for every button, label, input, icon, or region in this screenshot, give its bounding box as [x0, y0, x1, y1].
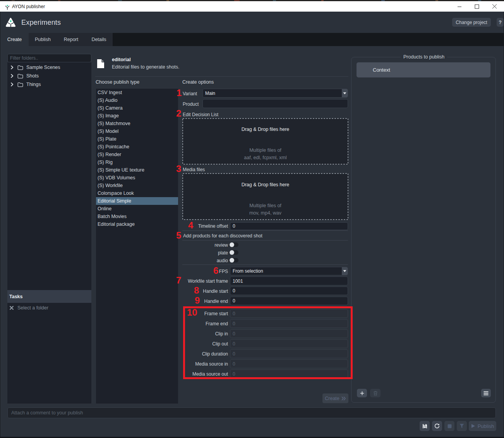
- help-button[interactable]: ?: [497, 18, 504, 27]
- publish-type-item[interactable]: (S) Matchmove: [96, 120, 178, 127]
- instance-view-menu-button[interactable]: [481, 389, 491, 397]
- window-border-left: [0, 12, 0, 438]
- publish-type-item[interactable]: (S) Simple UE texture: [96, 166, 178, 174]
- media-source-in-label: Media source in: [155, 361, 228, 367]
- add-products-label: Add products for each discovered shot: [183, 233, 262, 239]
- folder-tree-item[interactable]: Shots: [7, 72, 91, 80]
- app-window-icon: [4, 4, 10, 10]
- publish-type-item[interactable]: (S) Render: [96, 151, 178, 158]
- play-icon: [471, 424, 475, 428]
- frame-start-label: Frame start: [155, 311, 228, 316]
- create-button[interactable]: Create: [322, 393, 348, 403]
- trash-icon: [373, 391, 378, 396]
- refresh-icon: [434, 423, 440, 429]
- folder-icon: [17, 82, 23, 87]
- window-close-button[interactable]: [486, 1, 503, 12]
- review-toggle[interactable]: [229, 242, 238, 247]
- publish-type-item[interactable]: Batch Movies: [96, 213, 178, 220]
- fps-combobox[interactable]: From selection: [230, 267, 348, 275]
- change-project-button[interactable]: Change project: [452, 18, 491, 27]
- timeline-offset-input[interactable]: [230, 222, 348, 230]
- frame-end-input: [230, 319, 348, 328]
- separator: [95, 76, 348, 77]
- audio-toggle[interactable]: [229, 258, 238, 263]
- publish-type-item[interactable]: Online: [96, 205, 178, 213]
- delete-instance-button[interactable]: [370, 389, 381, 397]
- ayon-publisher-window: AYON publisher Experiments Change projec…: [0, 0, 504, 438]
- folder-filter-input[interactable]: [7, 54, 91, 62]
- review-toggle-label: review: [163, 242, 228, 248]
- tab-report[interactable]: Report: [57, 33, 85, 46]
- variant-combobox[interactable]: Main: [202, 89, 348, 98]
- media-dropzone[interactable]: Drag & Drop files here Multiple files of…: [182, 173, 348, 220]
- folder-icon: [17, 65, 23, 70]
- edl-dropzone[interactable]: Drag & Drop files here Multiple files of…: [182, 118, 348, 165]
- clip-out-label: Clip out: [155, 341, 228, 347]
- stop-icon: [447, 424, 452, 428]
- handle-start-input[interactable]: [230, 287, 348, 295]
- folder-tree: Sample Scenes Shots Things: [7, 62, 91, 290]
- media-files-label: Media files: [183, 167, 205, 172]
- tasks-empty-row: Select a folder: [7, 304, 91, 312]
- media-source-out-label: Media source out: [155, 371, 228, 377]
- product-label: Product: [183, 101, 199, 107]
- publish-type-item[interactable]: (S) Pointcache: [96, 143, 178, 151]
- fps-label: FPS: [155, 269, 228, 274]
- folder-tree-item[interactable]: Things: [7, 80, 91, 89]
- workfile-start-frame-input[interactable]: [230, 277, 348, 285]
- clip-duration-input: [230, 349, 348, 358]
- product-input[interactable]: [202, 99, 348, 108]
- comment-input[interactable]: [7, 407, 496, 418]
- window-maximize-button[interactable]: [468, 1, 485, 12]
- publish-type-item[interactable]: (S) VDB Volumes: [96, 174, 178, 182]
- app-header: [0, 12, 504, 33]
- dropzone-subtitle: Multiple files of: [182, 203, 348, 208]
- publish-type-item-selected[interactable]: Editorial Simple: [96, 197, 178, 205]
- expand-chevron-icon[interactable]: [10, 65, 14, 69]
- clip-in-input: [230, 329, 348, 338]
- handle-end-input[interactable]: [230, 297, 348, 305]
- frame-start-input: [230, 309, 348, 318]
- combo-dropdown-arrow-icon[interactable]: [342, 89, 348, 97]
- publish-type-item[interactable]: Colorspace Look: [96, 189, 178, 197]
- expand-chevron-icon[interactable]: [10, 82, 14, 86]
- expand-chevron-icon[interactable]: [10, 74, 14, 78]
- publish-type-item[interactable]: (S) Model: [96, 127, 178, 135]
- separator: [182, 265, 348, 265]
- publish-type-item[interactable]: (S) Audio: [96, 96, 178, 104]
- creator-description: Editorial files to generate shots.: [112, 64, 179, 70]
- tab-create[interactable]: Create: [0, 33, 29, 46]
- folder-tree-item[interactable]: Sample Scenes: [7, 63, 91, 72]
- publish-type-item[interactable]: (S) Image: [96, 112, 178, 120]
- main-tabbar: Create Publish Report Details: [0, 33, 504, 46]
- save-button[interactable]: [420, 421, 430, 431]
- tab-details[interactable]: Details: [85, 33, 113, 46]
- plate-toggle[interactable]: [229, 250, 238, 255]
- clip-duration-label: Clip duration: [155, 351, 228, 357]
- refresh-button[interactable]: [432, 421, 442, 431]
- variant-label: Variant: [183, 91, 197, 96]
- window-minimize-button[interactable]: [451, 1, 468, 12]
- products-panel-title: Products to publish: [401, 54, 447, 60]
- context-card[interactable]: Context: [357, 62, 490, 77]
- frame-end-label: Frame end: [155, 321, 228, 326]
- page-title: Experiments: [21, 19, 61, 27]
- stop-button: [444, 421, 454, 431]
- edl-label: Edit Decision List: [183, 112, 218, 117]
- publish-type-item[interactable]: CSV Ingest: [96, 89, 178, 96]
- filter-funnel-icon: [459, 424, 464, 428]
- tasks-title: Tasks: [9, 294, 23, 299]
- add-instance-button[interactable]: [357, 389, 367, 397]
- dropzone-title: Drag & Drop files here: [182, 182, 348, 187]
- dropzone-formats: mov, mp4, wav: [182, 210, 348, 216]
- publish-type-item[interactable]: (S) Rig: [96, 158, 178, 166]
- publish-type-item[interactable]: (S) Plate: [96, 135, 178, 143]
- audio-toggle-label: audio: [163, 258, 228, 263]
- separator: [182, 240, 348, 240]
- publish-type-item[interactable]: (S) Workfile: [96, 182, 178, 189]
- dropzone-subtitle: Multiple files of: [182, 148, 348, 153]
- publish-type-item[interactable]: (S) Camera: [96, 104, 178, 112]
- combo-dropdown-arrow-icon[interactable]: [342, 267, 348, 275]
- tab-publish[interactable]: Publish: [29, 33, 57, 46]
- hamburger-menu-icon: [483, 391, 489, 395]
